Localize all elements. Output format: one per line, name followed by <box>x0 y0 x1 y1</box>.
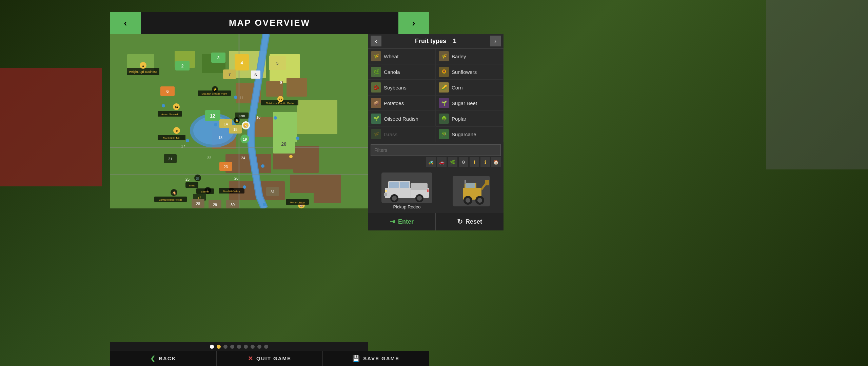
filters-input[interactable] <box>371 144 501 156</box>
fruit-item-canola[interactable]: 🌿 Canola <box>368 64 436 80</box>
svg-text:Maplefield Mill: Maplefield Mill <box>163 137 180 140</box>
fruit-types-label: Fruit types <box>415 38 446 44</box>
bottom-bar: ❮ BACK ✕ QUIT GAME 💾 SAVE GAME <box>110 351 429 366</box>
svg-rect-18 <box>290 175 315 193</box>
filter-plant-button[interactable]: 🌿 <box>448 157 457 167</box>
filter-gear-button[interactable]: ⚙ <box>459 157 468 167</box>
svg-text:7: 7 <box>229 72 231 77</box>
svg-rect-145 <box>466 183 475 188</box>
right-panel: ‹ Fruit types 1 › 🌾 Wheat 🌾 Barley 🌿 Can… <box>368 34 504 230</box>
panel-header: ‹ MAP OVERVIEW › <box>110 12 429 34</box>
svg-rect-9 <box>297 100 337 134</box>
svg-text:5: 5 <box>276 61 279 66</box>
enter-button[interactable]: ⇥ Enter <box>368 213 436 230</box>
fruit-item-wheat[interactable]: 🌾 Wheat <box>368 48 436 64</box>
canola-icon: 🌿 <box>371 67 381 77</box>
svg-text:Spinner: Spinner <box>201 190 210 193</box>
svg-text:31: 31 <box>271 190 275 194</box>
svg-point-123 <box>261 164 264 168</box>
fruit-item-sunflowers[interactable]: 🌻 Sunflowers <box>436 64 504 80</box>
fruit-item-grass[interactable]: 🌾 Grass <box>368 126 436 142</box>
svg-text:🛒: 🛒 <box>196 176 200 180</box>
svg-point-122 <box>214 123 217 126</box>
save-game-button[interactable]: 💾 SAVE GAME <box>323 351 429 366</box>
fruit-item-potatoes[interactable]: 🥔 Potatoes <box>368 95 436 111</box>
fruit-grid: 🌾 Wheat 🌾 Barley 🌿 Canola 🌻 Sunflowers 🫘… <box>368 48 504 142</box>
fruit-item-soybeans[interactable]: 🫘 Soybeans <box>368 80 436 95</box>
fruit-item-barley[interactable]: 🌾 Barley <box>436 48 504 64</box>
svg-rect-139 <box>384 193 387 196</box>
barley-icon: 🌾 <box>439 51 449 61</box>
dot-5 <box>237 345 241 349</box>
pickup-vehicle-image <box>381 172 432 203</box>
fruit-item-oilseed-radish[interactable]: 🌱 Oilseed Radish <box>368 111 436 126</box>
svg-rect-132 <box>389 182 399 188</box>
bg-barn <box>0 68 102 186</box>
fruit-next-button[interactable]: › <box>490 36 501 46</box>
svg-point-121 <box>186 139 189 142</box>
svg-text:17: 17 <box>181 144 185 148</box>
filter-download-button[interactable]: ⬇ <box>470 157 479 167</box>
svg-rect-140 <box>427 189 429 192</box>
svg-text:21: 21 <box>168 157 172 161</box>
svg-point-120 <box>296 137 299 140</box>
enter-label: Enter <box>398 218 414 225</box>
filter-info-button[interactable]: ℹ <box>480 157 490 167</box>
sugarcane-icon: 🎋 <box>439 129 449 139</box>
svg-text:Shop: Shop <box>189 184 195 187</box>
svg-text:6: 6 <box>166 89 169 94</box>
fruit-item-corn[interactable]: 🌽 Corn <box>436 80 504 95</box>
wheat-icon: 🌾 <box>371 51 381 61</box>
back-label: BACK <box>159 355 176 361</box>
soybeans-icon: 🫘 <box>371 82 381 93</box>
chevron-right-icon: › <box>412 18 415 28</box>
back-button[interactable]: ❮ BACK <box>110 351 217 366</box>
dot-6 <box>244 345 248 349</box>
quit-game-button[interactable]: ✕ QUIT GAME <box>217 351 323 366</box>
sugarbeet-icon: 🌱 <box>439 98 449 108</box>
prev-page-button[interactable]: ‹ <box>110 12 141 34</box>
fruit-types-page: 1 <box>453 38 456 44</box>
save-label: SAVE GAME <box>363 355 399 361</box>
svg-point-126 <box>263 203 266 206</box>
quit-icon: ✕ <box>248 355 254 362</box>
grass-icon: 🌾 <box>371 129 381 139</box>
save-icon: 💾 <box>352 355 360 362</box>
fruit-prev-button[interactable]: ‹ <box>371 36 381 46</box>
svg-point-125 <box>289 155 293 158</box>
filters-section: 🚜 🚗 🌿 ⚙ ⬇ ℹ 🏠 <box>368 142 504 169</box>
svg-text:24: 24 <box>241 156 245 160</box>
filter-vehicle-button[interactable]: 🚗 <box>437 157 447 167</box>
chevron-right-icon: › <box>494 38 496 44</box>
fruit-item-sugarbeet[interactable]: 🌱 Sugar Beet <box>436 95 504 111</box>
grass-label: Grass <box>384 131 397 137</box>
reset-icon: ↻ <box>457 218 463 226</box>
svg-rect-141 <box>385 190 387 192</box>
panel-title: MAP OVERVIEW <box>229 18 310 28</box>
svg-text:28: 28 <box>196 202 200 206</box>
reset-button[interactable]: ↻ Reset <box>436 213 504 230</box>
poplar-label: Poplar <box>452 116 466 122</box>
filter-home-button[interactable]: 🏠 <box>491 157 501 167</box>
svg-rect-138 <box>411 183 428 190</box>
svg-point-151 <box>477 198 482 203</box>
svg-text:23: 23 <box>224 165 228 169</box>
svg-point-124 <box>243 185 246 189</box>
svg-text:1: 1 <box>142 64 144 67</box>
svg-rect-147 <box>485 180 489 185</box>
fruit-item-poplar[interactable]: 🌳 Poplar <box>436 111 504 126</box>
svg-text:⚙: ⚙ <box>176 130 178 132</box>
quit-label: QUIT GAME <box>256 355 291 361</box>
filter-tractor-button[interactable]: 🚜 <box>426 157 436 167</box>
svg-text:S: S <box>254 73 257 77</box>
svg-text:🔒: 🔒 <box>235 119 239 123</box>
chevron-left-icon: ‹ <box>124 18 127 28</box>
svg-text:16: 16 <box>256 115 260 119</box>
svg-text:15: 15 <box>233 127 237 131</box>
fruit-types-header: ‹ Fruit types 1 › <box>368 34 504 48</box>
svg-point-135 <box>392 196 397 201</box>
svg-text:29: 29 <box>213 203 217 207</box>
sugarcane-label: Sugarcane <box>452 131 476 137</box>
fruit-item-sugarcane[interactable]: 🎋 Sugarcane <box>436 126 504 142</box>
next-page-button[interactable]: › <box>398 12 429 34</box>
